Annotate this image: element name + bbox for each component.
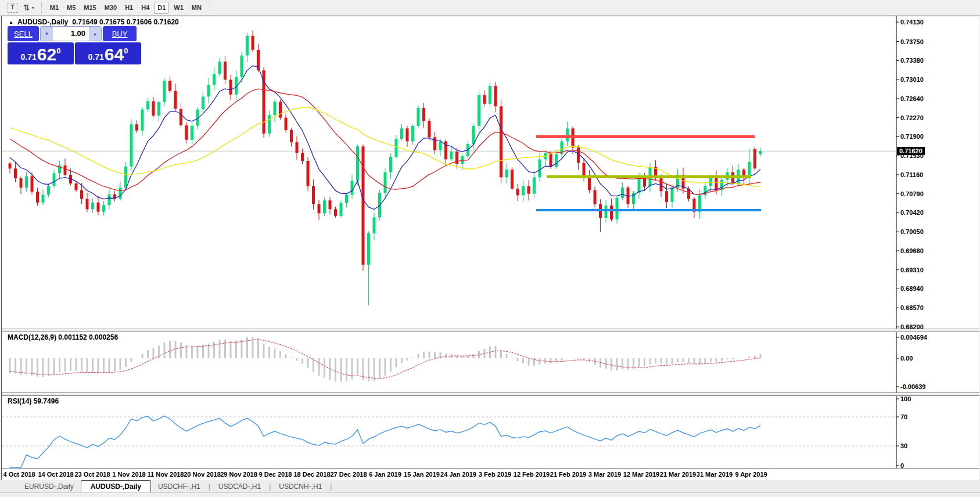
text-tool-icon: T — [8, 3, 17, 13]
date-axis-label: 23 Oct 2018 — [74, 471, 110, 478]
date-axis-label: 11 Nov 2018 — [148, 471, 184, 478]
price-axis-tick: 0.70050 — [900, 228, 924, 235]
rsi-axis-tick: 100 — [900, 395, 911, 402]
volume-increase-button[interactable]: ▲ — [89, 27, 101, 41]
tab-separator: | — [209, 482, 210, 491]
price-axis-tick: 0.69680 — [900, 247, 924, 254]
price-axis-tick: 0.68940 — [900, 285, 924, 292]
chart-tab-audusd-daily[interactable]: AUDUSD-,Daily — [81, 480, 151, 492]
date-axis-label: 9 Dec 2018 — [259, 471, 292, 478]
cursor-arrows-button[interactable]: ⇅ ▾ — [20, 1, 37, 14]
price-axis-tick: 0.68200 — [900, 323, 924, 330]
date-axis-label: 1 Nov 2018 — [112, 471, 145, 478]
timeframe-button-w1[interactable]: W1 — [170, 2, 187, 14]
toolbar-separator — [210, 2, 210, 13]
price-axis-tick: 0.73380 — [900, 57, 924, 64]
date-axis-label: 14 Oct 2018 — [38, 471, 73, 478]
timeframe-button-m15[interactable]: M15 — [80, 2, 99, 14]
tab-separator: | — [269, 482, 271, 491]
timeframe-button-h4[interactable]: H4 — [138, 2, 153, 14]
chart-tab-usdcnh-h1[interactable]: USDCNH-,H1 — [272, 481, 329, 492]
panel-splitter[interactable] — [2, 329, 979, 332]
chevron-down-icon: ▾ — [32, 5, 34, 10]
macd-axis-tick: 0.004694 — [900, 334, 927, 341]
date-axis-label: 4 Oct 2018 — [3, 471, 35, 478]
arrows-icon: ⇅ — [23, 3, 30, 12]
price-axis-tick: 0.70790 — [900, 190, 924, 197]
volume-decrease-button[interactable]: ▼ — [41, 27, 53, 41]
date-axis-label: 6 Jan 2019 — [369, 471, 401, 478]
date-axis: 4 Oct 201814 Oct 201823 Oct 20181 Nov 20… — [2, 468, 979, 480]
timeframe-button-m5[interactable]: M5 — [63, 2, 79, 14]
buy-button[interactable]: BUY — [103, 26, 137, 41]
chart-canvas[interactable] — [2, 16, 979, 480]
timeframe-button-d1[interactable]: D1 — [154, 2, 169, 14]
timeframe-button-mn[interactable]: MN — [188, 2, 205, 14]
date-axis-label: 21 Mar 2019 — [660, 471, 696, 478]
chart-window: ▲ AUDUSD-,Daily 0.71649 0.71675 0.71606 … — [1, 16, 979, 480]
panel-toggle-icon[interactable]: ▲ — [9, 20, 13, 25]
price-axis-tick: 0.70420 — [900, 209, 924, 216]
price-axis-tick: 0.73010 — [900, 76, 924, 83]
status-strip — [0, 492, 980, 497]
date-axis-label: 29 Nov 2018 — [220, 471, 257, 478]
rsi-axis-tick: 30 — [900, 442, 907, 449]
buy-price-pips: 64 — [105, 46, 124, 63]
panel-splitter[interactable] — [2, 392, 979, 396]
date-axis-label: 3 Feb 2019 — [479, 471, 511, 478]
volume-stepper: ▼ 1.00 ▲ — [40, 26, 102, 41]
date-axis-label: 15 Jan 2019 — [404, 471, 440, 478]
macd-axis-tick: 0.00 — [900, 355, 913, 362]
date-axis-label: 21 Feb 2019 — [550, 471, 586, 478]
date-axis-label: 9 Apr 2019 — [735, 471, 767, 478]
chart-tab-bar: EURUSD-,DailyAUDUSD-,DailyUSDCHF-,H1|USD… — [0, 480, 980, 492]
sell-button[interactable]: SELL — [8, 26, 39, 41]
date-axis-label: 27 Dec 2018 — [331, 471, 367, 478]
date-axis-label: 24 Jan 2019 — [440, 471, 476, 478]
date-axis-label: 3 Mar 2019 — [588, 471, 621, 478]
sell-price-prefix: 0.71 — [21, 51, 37, 63]
toolbar-separator — [41, 2, 42, 13]
rsi-axis-tick: 0 — [900, 462, 904, 469]
macd-label: MACD(12,26,9) 0.001152 0.000256 — [8, 333, 118, 341]
chart-symbol-title: AUDUSD-,Daily — [17, 18, 68, 26]
price-axis-tick: 0.71160 — [900, 171, 923, 178]
volume-input[interactable]: 1.00 — [53, 27, 89, 41]
price-axis-tick: 0.68570 — [900, 304, 924, 311]
tab-separator: | — [330, 482, 332, 491]
price-axis-tick: 0.72270 — [900, 114, 924, 121]
buy-price-panel[interactable]: 0.71 64 0 — [75, 42, 141, 64]
chart-title-bar: ▲ AUDUSD-,Daily 0.71649 0.71675 0.71606 … — [9, 18, 179, 26]
timeframe-group: M1M5M15M30H1H4D1W1MN — [46, 2, 206, 14]
rsi-label: RSI(14) 59.7496 — [8, 397, 59, 405]
sell-price-panel[interactable]: 0.71 62 0 — [8, 42, 74, 64]
price-axis-tick: 0.71900 — [900, 133, 924, 140]
price-axis-tick: 0.74130 — [900, 19, 924, 26]
price-axis-tick: 0.69310 — [900, 266, 924, 273]
date-axis-label: 18 Dec 2018 — [294, 471, 331, 478]
text-tool-button[interactable]: T — [5, 1, 20, 14]
sell-price-pipette: 0 — [56, 42, 60, 60]
macd-axis-tick: -0.00639 — [900, 383, 925, 390]
buy-price-pipette: 0 — [124, 42, 128, 60]
current-price-tag: 0.71620 — [897, 147, 925, 155]
timeframe-button-m30[interactable]: M30 — [101, 2, 120, 14]
chart-tab-eurusd-daily[interactable]: EURUSD-,Daily — [17, 481, 81, 492]
sell-price-pips: 62 — [37, 46, 56, 63]
timeframe-button-h1[interactable]: H1 — [121, 2, 137, 14]
buy-price-prefix: 0.71 — [88, 51, 104, 63]
date-axis-label: 12 Feb 2019 — [514, 471, 550, 478]
date-axis-label: 20 Nov 2018 — [184, 471, 221, 478]
top-toolbar: T ⇅ ▾ M1M5M15M30H1H4D1W1MN — [0, 0, 980, 16]
rsi-axis-tick: 70 — [900, 413, 907, 420]
chart-tab-usdchf-h1[interactable]: USDCHF-,H1 — [151, 481, 207, 492]
price-axis-tick: 0.72640 — [900, 95, 924, 102]
timeframe-button-m1[interactable]: M1 — [46, 2, 62, 14]
one-click-trade-widget: SELL ▼ 1.00 ▲ BUY 0.71 62 0 0.71 64 0 — [8, 26, 141, 64]
date-axis-label: 31 Mar 2019 — [697, 471, 733, 478]
chart-ohlc-values: 0.71649 0.71675 0.71606 0.71620 — [72, 18, 179, 26]
price-axis-tick: 0.73750 — [900, 38, 924, 45]
date-axis-label: 12 Mar 2019 — [623, 471, 659, 478]
chart-tab-usdcad-h1[interactable]: USDCAD-,H1 — [211, 481, 268, 492]
